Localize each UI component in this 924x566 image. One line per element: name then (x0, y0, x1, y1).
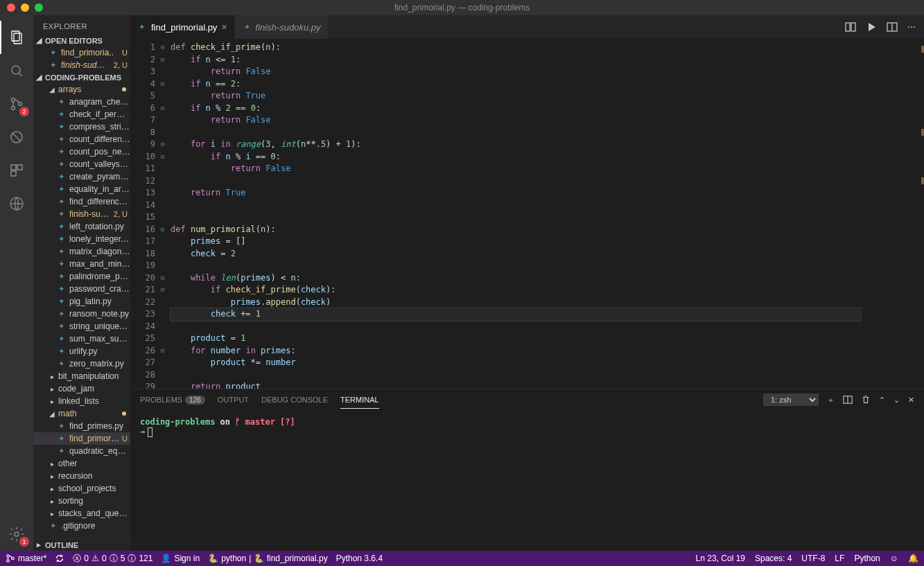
window-title: find_primorial.py — coding-problems (0, 3, 924, 12)
tree-file[interactable]: anagram_check.py (33, 96, 130, 108)
tab-bar: find_primorial.py×finish-sudoku.py ⋯ (130, 15, 924, 39)
section-open-editors[interactable]: ◢ OPEN EDITORS (33, 35, 130, 46)
tree-file[interactable]: find_difference.py (33, 195, 130, 208)
tree-file[interactable]: max_and_min_sum… (33, 258, 130, 270)
tree-file[interactable]: lonely_integer.py (33, 233, 130, 245)
activity-search[interactable] (0, 54, 33, 87)
tree-folder[interactable]: ◢arrays (33, 83, 130, 96)
tree-file[interactable]: zero_matrix.py (33, 357, 130, 370)
status-errors[interactable]: ⓧ 0 ⚠ 0 ⓘ 5 ⓘ 121 (73, 553, 152, 565)
chevron-right-icon: ▸ (49, 472, 55, 480)
status-bell-icon[interactable]: 🔔 (908, 554, 918, 563)
tree-folder[interactable]: ▸school_projects (33, 482, 130, 495)
activity-extensions[interactable] (0, 154, 33, 187)
status-signin[interactable]: 👤 Sign in (161, 554, 200, 563)
activity-explorer[interactable] (0, 21, 33, 54)
open-editor-item[interactable]: find_primoria..U (33, 46, 130, 59)
split-terminal-icon[interactable] (843, 395, 853, 405)
status-encoding[interactable]: UTF-8 (801, 554, 825, 563)
svg-rect-0 (12, 31, 19, 41)
tree-file[interactable]: finish-sudo…2, U (33, 208, 130, 220)
svg-point-4 (12, 98, 15, 102)
chevron-up-icon[interactable]: ⌃ (879, 396, 885, 405)
tree-file[interactable]: quadratic_equatio… (33, 445, 130, 457)
svg-rect-11 (11, 171, 16, 176)
compare-icon[interactable] (845, 21, 856, 33)
python-file-icon (57, 259, 67, 269)
tree-folder[interactable]: ◢math (33, 407, 130, 420)
tree-file[interactable]: palindrome_permu… (33, 270, 130, 283)
new-terminal-icon[interactable]: ＋ (827, 395, 835, 405)
terminal[interactable]: coding-problems on ᚠ master [?] → (130, 410, 924, 551)
minimap[interactable] (862, 39, 924, 389)
tree-file[interactable]: .gitignore (33, 520, 130, 532)
tree-folder[interactable]: ▸recursion (33, 470, 130, 482)
tree-file[interactable]: find_primes.py (33, 420, 130, 432)
tree-folder[interactable]: ▸stacks_and_queues (33, 507, 130, 520)
fold-gutter[interactable]: ⊟⊟⊟⊟⊟⊟⊟⊟⊟⊟ (161, 39, 171, 389)
modified-dot-icon (122, 412, 126, 416)
editor-body[interactable]: 1234567891011121314151617181920212223242… (130, 39, 924, 389)
panel-tab-problems[interactable]: PROBLEMS126 (140, 391, 205, 408)
chevron-down-icon: ◢ (49, 410, 55, 418)
tree-folder[interactable]: ▸other (33, 457, 130, 470)
status-branch[interactable]: master* (6, 554, 46, 563)
tree-file[interactable]: check_if_permutat… (33, 108, 130, 121)
run-icon[interactable] (866, 21, 877, 33)
status-eol[interactable]: LF (835, 554, 844, 563)
chevron-down-icon[interactable]: ⌄ (894, 396, 900, 405)
svg-point-20 (7, 555, 10, 558)
section-project[interactable]: ◢ CODING-PROBLEMS (33, 71, 130, 83)
python-file-icon (57, 359, 67, 369)
tree-file[interactable]: pig_latin.py (33, 295, 130, 308)
panel-tab-debug[interactable]: DEBUG CONSOLE (261, 391, 328, 408)
tree-file[interactable]: sum_max_subarra… (33, 333, 130, 345)
tree-file[interactable]: string_unique_cha… (33, 320, 130, 333)
tree-file[interactable]: left_rotation.py (33, 220, 130, 233)
tree-file[interactable]: urlify.py (33, 345, 130, 357)
close-tab-icon[interactable]: × (221, 21, 227, 33)
tree-file[interactable]: ransom_note.py (33, 308, 130, 320)
editor-tab[interactable]: find_primorial.py× (130, 15, 235, 39)
tree-file[interactable]: compress_string.py (33, 121, 130, 133)
tree-file[interactable]: count_differences… (33, 133, 130, 145)
status-cursor[interactable]: Ln 23, Col 19 (696, 554, 745, 563)
status-feedback-icon[interactable]: ☺ (890, 554, 898, 563)
section-outline[interactable]: ▸ OUTLINE (33, 538, 130, 551)
tree-folder[interactable]: ▸code_jam (33, 382, 130, 395)
tree-file[interactable]: matrix_diagonal_di… (33, 245, 130, 258)
split-icon[interactable] (887, 21, 898, 33)
tree-file[interactable]: create_pyramid.py (33, 170, 130, 183)
status-env[interactable]: 🐍 python | 🐍 find_primorial.py (208, 554, 328, 563)
close-panel-icon[interactable]: ✕ (908, 396, 914, 405)
tree-file[interactable]: count_pos_neg_ze… (33, 145, 130, 158)
activity-docker[interactable] (0, 187, 33, 220)
code-content[interactable]: def check_if_prime(n): if n <= 1: return… (171, 39, 862, 389)
terminal-select[interactable]: 1: zsh (763, 393, 819, 406)
tree-file[interactable]: equality_in_array.py (33, 183, 130, 195)
svg-rect-15 (851, 23, 855, 31)
panel-tab-output[interactable]: OUTPUT (218, 391, 249, 408)
activity-debug[interactable] (0, 121, 33, 154)
sidebar-title: EXPLORER (33, 15, 130, 35)
svg-point-13 (15, 532, 19, 536)
tree-folder[interactable]: ▸bit_manipulation (33, 370, 130, 382)
status-python[interactable]: Python 3.6.4 (336, 554, 383, 563)
open-editor-item[interactable]: finish-sud…2, U (33, 59, 130, 71)
editor-tab[interactable]: finish-sudoku.py (235, 15, 329, 39)
chevron-right-icon: ▸ (49, 398, 55, 405)
trash-icon[interactable] (861, 395, 871, 405)
activity-settings[interactable]: 1 (0, 518, 33, 551)
tree-file[interactable]: find_primorial.…U (33, 432, 130, 445)
tree-file[interactable]: count_valleys.py (33, 158, 130, 170)
activity-scm[interactable]: 2 (0, 87, 33, 121)
more-icon[interactable]: ⋯ (907, 22, 916, 32)
status-spaces[interactable]: Spaces: 4 (755, 554, 792, 563)
panel-tab-terminal[interactable]: TERMINAL (340, 391, 379, 409)
tree-folder[interactable]: ▸sorting (33, 495, 130, 507)
status-lang[interactable]: Python (854, 554, 880, 563)
tree-folder[interactable]: ▸linked_lists (33, 395, 130, 407)
status-sync[interactable] (55, 554, 64, 563)
activity-bar: 2 1 (0, 15, 33, 551)
tree-file[interactable]: password_cracker… (33, 283, 130, 295)
